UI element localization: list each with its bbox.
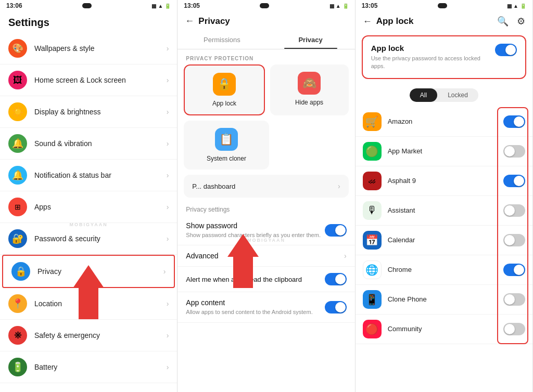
applock-main-toggle[interactable] [495,44,517,56]
chevron-icon: › [163,267,166,276]
chevron-icon: › [167,363,169,371]
asphalt9-icon: 🏎 [363,172,382,190]
appcontent-title: App content [186,298,324,307]
toggle-knob [514,176,524,186]
sidebar-item-notification[interactable]: 🔔 Notification & status bar › [0,160,177,191]
app-item-amazon: 🛒 Amazon [356,107,532,137]
wifi-icon: ▲ [513,3,518,9]
appmarket-name: App Market [388,147,503,155]
chevron-icon: › [167,234,169,243]
appmarket-icon: 🟢 [363,142,382,161]
safety-label: Safety & emergency [34,331,167,339]
password-icon: 🔐 [8,229,27,248]
community-name: Community [388,325,503,333]
clonephone-toggle[interactable] [503,293,525,306]
showpassword-text: Show password Show password characters b… [186,221,321,239]
pdashboard-row[interactable]: P... dashboard › [184,175,348,198]
app-item-calendar: 📅 Calendar [356,226,532,255]
sidebar-item-sound[interactable]: 🔔 Sound & vibration › [0,128,177,160]
chevron-icon: › [167,203,169,211]
privacy-label: Privacy [37,267,163,276]
safety-icon: ❋ [8,326,27,345]
sidebar-item-password[interactable]: 🔐 Password & security › [0,223,177,255]
assistant-name: Assistant [388,206,503,214]
systemcloner-card[interactable]: 📋 System cloner [184,121,269,169]
homescreen-label: Home screen & Lock screen [34,76,167,84]
apps-label: Apps [34,203,167,211]
app-item-chrome: 🌐 Chrome [356,255,532,285]
amazon-toggle[interactable] [503,115,525,128]
appmarket-toggle[interactable] [503,145,525,158]
settings-panel: 13:06 ▦ ▲ 🔋 Settings 🎨 Wallpapers & styl… [0,0,177,392]
filter-tab-all[interactable]: All [410,88,437,102]
notification-icon: 🔔 [8,166,27,185]
showpassword-toggle[interactable] [325,224,347,237]
sim-icon: ▦ [151,3,156,9]
sim-icon: ▦ [507,3,512,9]
systemcloner-icon: 📋 [215,128,238,151]
hideapps-card[interactable]: 🙈 Hide apps [270,64,349,115]
appcontent-toggle[interactable] [325,301,347,313]
battery-icon: 🔋 [164,3,171,9]
back-button[interactable]: ← [185,16,194,27]
calendar-toggle[interactable] [503,234,525,246]
empty-card [274,121,349,169]
applock-top-card: App lock Use the privacy password to acc… [362,35,526,79]
app-item-appmarket: 🟢 App Market [356,137,532,166]
sidebar-item-privacy[interactable]: 🔒 Privacy › [2,255,175,288]
community-toggle[interactable] [503,323,525,335]
assistant-toggle[interactable] [503,204,525,217]
privacy-tabs: Permissions Privacy [177,31,354,49]
app-list-inner: 🛒 Amazon 🟢 App Market 🏎 Asphalt 9 [356,107,532,344]
toggle-knob [504,294,515,305]
gear-icon[interactable]: ⚙ [517,16,525,27]
toggle-knob [505,45,516,55]
battery-icon: 🔋 [520,3,526,9]
time-3: 13:05 [362,2,378,9]
sidebar-item-battery[interactable]: 🔋 Battery › [0,351,177,383]
applock-back-button[interactable]: ← [363,16,372,27]
applock-card[interactable]: 🔒 App lock [184,64,264,115]
sidebar-item-apps[interactable]: ⊞ Apps › [0,191,177,223]
clipboard-toggle[interactable] [325,273,347,285]
applock-top-text: App lock Use the privacy password to acc… [371,44,490,71]
sidebar-item-safety[interactable]: ❋ Safety & emergency › [0,320,177,351]
status-bar-1: 13:06 ▦ ▲ 🔋 [0,0,177,11]
appcontent-text: App content Allow apps to send content t… [186,298,324,316]
sidebar-item-homescreen[interactable]: 🖼 Home screen & Lock screen › [0,64,177,96]
toggle-knob [514,116,524,127]
applock-title: App lock [376,16,489,27]
amazon-name: Amazon [388,117,503,125]
app-item-clonephone: 📱 Clone Phone [356,285,532,315]
advanced-title: Advanced [186,252,218,260]
tab-privacy[interactable]: Privacy [266,31,355,49]
sidebar-item-location[interactable]: 📍 Location › [0,288,177,320]
location-icon: 📍 [8,294,27,313]
toggle-knob [335,225,346,236]
tab-permissions[interactable]: Permissions [177,31,266,49]
toggle-knob [335,274,346,284]
notification-label: Notification & status bar [34,171,167,179]
hideapps-label: Hide apps [295,99,323,106]
showpassword-sub: Show password characters briefly as you … [186,231,321,239]
chevron-icon: › [167,76,169,84]
homescreen-icon: 🖼 [8,71,27,89]
chrome-toggle[interactable] [503,264,525,276]
applock-icon: 🔒 [213,73,236,96]
toggle-knob [504,324,515,334]
sidebar-item-display[interactable]: ☀️ Display & brightness › [0,96,177,128]
sound-icon: 🔔 [8,134,27,153]
sidebar-item-wallpapers[interactable]: 🎨 Wallpapers & style › [0,33,177,64]
privacy-header: ← Privacy [177,11,354,31]
systemcloner-label: System cloner [207,155,246,162]
status-bar-2: 13:05 ▦ ▲ 🔋 [177,0,354,11]
search-icon[interactable]: 🔍 [497,16,509,27]
app-item-asphalt9: 🏎 Asphalt 9 [356,166,532,196]
appcontent-sub: Allow apps to send content to the Androi… [186,308,324,316]
filter-tab-locked[interactable]: Locked [437,88,478,102]
advanced-setting[interactable]: Advanced › [177,245,354,267]
calendar-icon: 📅 [363,231,382,250]
asphalt9-toggle[interactable] [503,175,525,187]
notch-3 [438,3,447,8]
battery-icon: 🔋 [8,358,27,376]
